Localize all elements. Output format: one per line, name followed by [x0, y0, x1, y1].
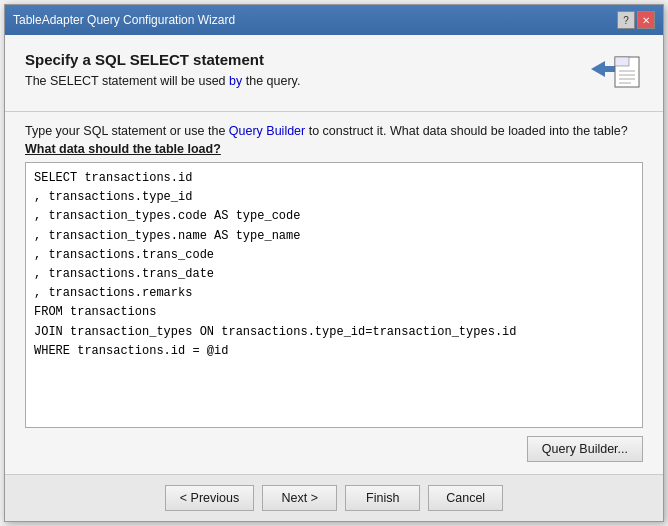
main-content: Specify a SQL SELECT statement The SELEC…	[5, 35, 663, 474]
divider	[5, 111, 663, 112]
instruction-suffix: to construct it. What data should be loa…	[305, 124, 627, 138]
footer: < Previous Next > Finish Cancel	[5, 474, 663, 521]
page-title: Specify a SQL SELECT statement	[25, 51, 575, 68]
sql-content[interactable]: SELECT transactions.id , transactions.ty…	[26, 163, 642, 427]
what-data-label: What data should the table load?	[25, 142, 643, 156]
header-subtitle: The SELECT statement will be used by the…	[25, 74, 575, 88]
svg-marker-0	[591, 61, 617, 77]
instruction-prefix: Type your SQL statement or use the	[25, 124, 229, 138]
window-title: TableAdapter Query Configuration Wizard	[13, 13, 235, 27]
svg-rect-2	[615, 57, 629, 66]
finish-button[interactable]: Finish	[345, 485, 420, 511]
title-bar-buttons: ? ✕	[617, 11, 655, 29]
query-builder-button[interactable]: Query Builder...	[527, 436, 643, 462]
wizard-icon-svg	[587, 51, 643, 99]
cancel-button[interactable]: Cancel	[428, 485, 503, 511]
wizard-icon	[587, 51, 643, 99]
subtitle-by: by	[229, 74, 242, 88]
instruction-text: Type your SQL statement or use the Query…	[25, 124, 643, 138]
sql-textarea-wrapper: SELECT transactions.id , transactions.ty…	[25, 162, 643, 428]
close-button[interactable]: ✕	[637, 11, 655, 29]
next-button[interactable]: Next >	[262, 485, 337, 511]
help-button[interactable]: ?	[617, 11, 635, 29]
query-builder-link[interactable]: Query Builder	[229, 124, 305, 138]
query-builder-row: Query Builder...	[25, 436, 643, 462]
dialog-window: TableAdapter Query Configuration Wizard …	[4, 4, 664, 522]
header-section: Specify a SQL SELECT statement The SELEC…	[25, 51, 643, 99]
subtitle-suffix: the query.	[242, 74, 300, 88]
subtitle-prefix: The SELECT statement will be used	[25, 74, 229, 88]
previous-button[interactable]: < Previous	[165, 485, 254, 511]
header-left: Specify a SQL SELECT statement The SELEC…	[25, 51, 575, 88]
title-bar: TableAdapter Query Configuration Wizard …	[5, 5, 663, 35]
